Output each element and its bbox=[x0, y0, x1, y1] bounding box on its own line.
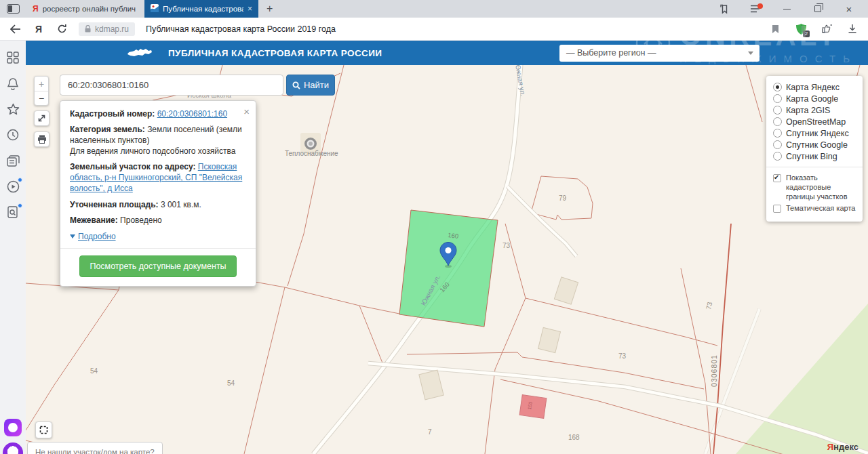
printer-icon bbox=[37, 135, 47, 144]
layer-option-google-sat[interactable]: Спутник Google bbox=[773, 139, 856, 150]
url-page-title[interactable]: Публичная кадастровая карта России 2019 … bbox=[146, 24, 336, 34]
field-value: Проведено bbox=[120, 215, 162, 225]
region-select-value: — Выберите регион — bbox=[566, 48, 656, 58]
area-row: Уточненная площадь: 3 001 кв.м. bbox=[70, 199, 246, 210]
yandex-button[interactable]: Я bbox=[33, 23, 45, 35]
radio-icon bbox=[773, 83, 782, 91]
address-bar: Я kdmap.ru Публичная кадастровая карта Р… bbox=[0, 18, 868, 41]
shield-badge: 2 bbox=[803, 30, 810, 37]
lock-icon bbox=[85, 25, 91, 33]
field-label: Категория земель: bbox=[70, 125, 145, 134]
diagonal-arrows-icon bbox=[37, 114, 46, 123]
checkbox-icon bbox=[773, 174, 781, 182]
heat-supply-poi bbox=[304, 138, 317, 150]
address-bar-actions: 2 bbox=[769, 23, 859, 35]
select-area-button[interactable] bbox=[35, 421, 52, 438]
back-icon[interactable] bbox=[9, 23, 22, 35]
video-play-icon[interactable] bbox=[5, 179, 20, 194]
cadastral-number-link[interactable]: 60:20:0306801:160 bbox=[157, 109, 227, 119]
tab-title: Публичная кадастровая bbox=[163, 5, 243, 13]
badge-dot bbox=[18, 203, 22, 208]
site-header: ПУБЛИЧНАЯ КАДАСТРОВАЯ КАРТА РОССИИ — Выб… bbox=[26, 41, 868, 65]
tab-close-icon[interactable]: × bbox=[248, 4, 252, 14]
yandex-images-icon[interactable] bbox=[4, 419, 22, 436]
parcel-label: 73 bbox=[618, 352, 627, 360]
layer-option-yandex-sat[interactable]: Спутник Яндекс bbox=[773, 127, 856, 139]
layer-option-2gis-map[interactable]: Карта 2GIS bbox=[773, 104, 856, 116]
menu-icon[interactable] bbox=[750, 3, 761, 14]
zoom-control: + − bbox=[34, 76, 49, 106]
radio-icon bbox=[773, 94, 782, 103]
radio-icon bbox=[773, 152, 782, 161]
tab-panel-icon[interactable] bbox=[7, 4, 20, 14]
map-favicon bbox=[151, 4, 159, 14]
adblock-shield-icon[interactable]: 2 bbox=[795, 23, 807, 35]
address-row: Земельный участок по адресу: Псковская о… bbox=[70, 161, 246, 194]
radio-icon bbox=[773, 140, 782, 149]
tab-title: росреестр онлайн публич bbox=[43, 5, 136, 13]
parcel-label: 7 bbox=[428, 428, 432, 436]
thematic-map-checkbox[interactable]: Тематическая карта bbox=[773, 203, 856, 215]
selected-parcel[interactable] bbox=[399, 210, 498, 327]
region-select[interactable]: — Выберите регион — bbox=[559, 45, 760, 62]
parcel-label: 168 bbox=[568, 434, 580, 441]
checkbox-icon bbox=[773, 205, 781, 213]
field-value: 3 001 кв.м. bbox=[161, 200, 201, 209]
details-link[interactable]: Подробно bbox=[70, 231, 116, 242]
parcel-label: 54 bbox=[227, 379, 235, 387]
cadastral-map[interactable]: 153 Теплоснабжение Исская школа 96 139 5… bbox=[26, 65, 868, 454]
bookmark-flag-icon[interactable] bbox=[769, 23, 781, 35]
page-search-icon[interactable] bbox=[5, 205, 20, 220]
print-button[interactable] bbox=[34, 131, 50, 147]
alice-assistant-icon[interactable] bbox=[3, 442, 23, 454]
tab-rosreestr[interactable]: Я росреестр онлайн публич bbox=[26, 0, 144, 18]
radio-icon bbox=[773, 106, 782, 115]
layer-option-osm[interactable]: OpenStreetMap bbox=[773, 116, 856, 127]
close-window-button[interactable]: × bbox=[844, 3, 854, 14]
field-label: Земельный участок по адресу: bbox=[70, 162, 195, 171]
layer-option-yandex-map[interactable]: Карта Яндекс bbox=[773, 81, 856, 93]
divider bbox=[60, 248, 256, 249]
layer-option-bing-sat[interactable]: Спутник Bing bbox=[773, 150, 856, 162]
history-clock-icon[interactable] bbox=[5, 127, 20, 142]
search-button-label: Найти bbox=[304, 80, 329, 90]
refresh-icon[interactable] bbox=[56, 23, 68, 35]
radio-icon bbox=[773, 129, 782, 138]
reactions-icon[interactable] bbox=[821, 23, 833, 35]
download-icon[interactable] bbox=[846, 23, 859, 35]
dashed-square-icon bbox=[39, 426, 48, 434]
view-documents-button[interactable]: Посмотреть доступные документы bbox=[79, 255, 236, 277]
side-panel-icon[interactable] bbox=[719, 3, 730, 14]
minimize-button[interactable] bbox=[781, 3, 792, 14]
parcel-label: 79 bbox=[559, 194, 567, 202]
maximize-button[interactable] bbox=[812, 3, 823, 14]
close-icon[interactable]: × bbox=[243, 105, 250, 119]
field-extra: Для ведения личного подсобного хозяйства bbox=[70, 146, 246, 157]
cadastral-borders-checkbox[interactable]: Показать кадастровые границы участков bbox=[773, 172, 856, 203]
browser-sidebar bbox=[0, 41, 26, 454]
new-tab-button[interactable]: + bbox=[258, 3, 281, 15]
site-origin-chip[interactable]: kdmap.ru bbox=[79, 22, 135, 36]
layer-option-google-map[interactable]: Карта Google bbox=[773, 93, 856, 104]
chevron-down-icon bbox=[748, 51, 753, 55]
quarter-boundary bbox=[713, 224, 731, 454]
browser-window: Я росреестр онлайн публич Публичная када… bbox=[0, 0, 868, 454]
street-label-top: Южная ул. bbox=[514, 65, 527, 97]
notifications-bell-icon[interactable] bbox=[5, 76, 20, 91]
collections-icon[interactable] bbox=[5, 153, 20, 168]
zoom-in-button[interactable]: + bbox=[35, 77, 48, 91]
parcel-label: 73 bbox=[502, 242, 511, 249]
field-label: Кадастровый номер: bbox=[70, 109, 155, 119]
zoom-out-button[interactable]: − bbox=[35, 91, 48, 105]
bookmarks-star-icon[interactable] bbox=[5, 102, 20, 117]
parcel-info-card: × Кадастровый номер: 60:20:0306801:160 К… bbox=[60, 100, 256, 287]
search-input[interactable] bbox=[60, 75, 283, 96]
notification-dot bbox=[757, 3, 763, 9]
measure-button[interactable] bbox=[34, 110, 50, 126]
search-icon bbox=[292, 81, 300, 89]
site-domain: kdmap.ru bbox=[95, 24, 129, 34]
not-found-tooltip[interactable]: Не нашли участок/дом на карте? bbox=[27, 442, 163, 454]
search-button[interactable]: Найти bbox=[286, 75, 335, 96]
apps-grid-icon[interactable] bbox=[5, 50, 20, 65]
tab-cadastral-map[interactable]: Публичная кадастровая × bbox=[144, 0, 258, 18]
